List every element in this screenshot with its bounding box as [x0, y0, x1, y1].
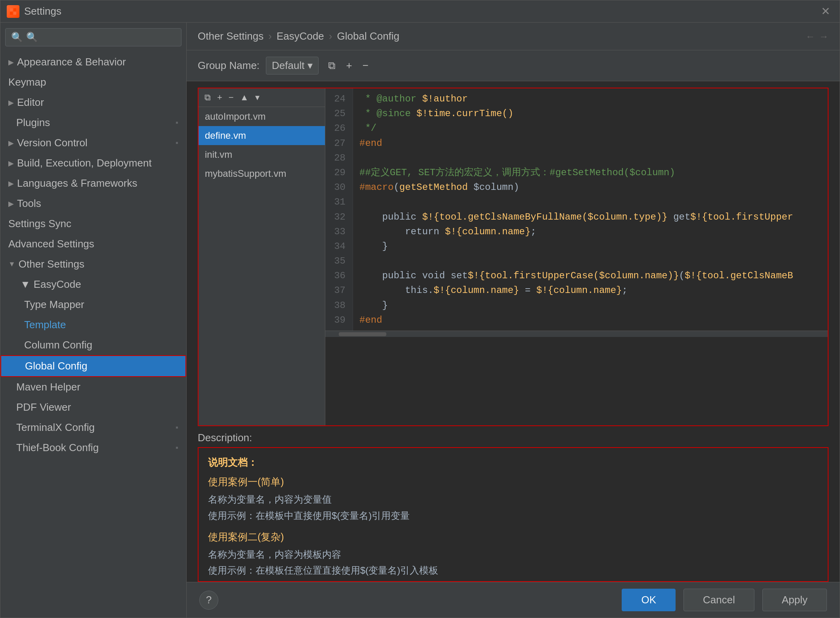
sidebar-item-thief-book-config[interactable]: Thief-Book Config ▪	[0, 438, 186, 458]
svg-rect-0	[10, 8, 13, 11]
code-line-37: this.$!{column.name} = $!{column.name};	[359, 283, 821, 298]
arrow-icon: ▶	[8, 179, 14, 188]
sidebar-item-plugins[interactable]: Plugins ▪	[0, 113, 186, 133]
sidebar-item-label: Keymap	[8, 76, 46, 88]
code-line-38: }	[359, 298, 821, 313]
close-button[interactable]: ✕	[818, 3, 833, 19]
cancel-button[interactable]: Cancel	[683, 589, 754, 611]
desc-subtitle-1: 使用案例一(简单)	[208, 475, 818, 488]
apply-button[interactable]: Apply	[762, 589, 827, 611]
right-panel: Other Settings › EasyCode › Global Confi…	[187, 23, 840, 618]
group-toolbar: ⧉ + −	[325, 58, 371, 73]
sidebar-item-label: Appearance & Behavior	[17, 56, 126, 68]
title-bar: Settings ✕	[0, 0, 840, 23]
sidebar-item-label: Type Mapper	[24, 298, 84, 310]
sidebar-item-editor[interactable]: ▶ Editor	[0, 92, 186, 113]
code-line-27: #end	[359, 136, 821, 151]
sidebar-item-other-settings[interactable]: ▼ Other Settings	[0, 254, 186, 274]
sidebar-item-label: Maven Helper	[16, 381, 80, 393]
search-icon: 🔍	[11, 32, 23, 43]
arrow-down-icon: ▼	[20, 278, 31, 291]
file-item-autoimport[interactable]: autoImport.vm	[199, 107, 325, 126]
scroll-thumb	[339, 332, 386, 336]
description-section: Description: 说明文档： 使用案例一(简单) 名称为变量名，内容为变…	[187, 426, 840, 582]
code-line-30: #macro(getSetMethod $column)	[359, 180, 821, 195]
main-content: 🔍 ▶ Appearance & Behavior Keymap ▶ Edito…	[0, 23, 840, 618]
code-editor-area[interactable]: 24 25 26 27 28 29 30 31 32 33 34 35	[325, 88, 828, 425]
sidebar-item-label: Tools	[17, 197, 41, 210]
code-line-31	[359, 195, 821, 209]
fl-up-icon[interactable]: ▲	[238, 92, 251, 103]
sidebar-item-maven-helper[interactable]: Maven Helper	[0, 377, 186, 397]
sidebar-item-label: Languages & Frameworks	[17, 177, 137, 189]
desc-doc-title: 说明文档：	[208, 456, 818, 469]
title-bar-left: Settings	[7, 5, 61, 18]
add-icon[interactable]: +	[343, 58, 355, 73]
breadcrumb-part-3: Global Config	[337, 30, 400, 42]
horizontal-scrollbar[interactable]	[325, 331, 828, 337]
sidebar-item-settings-sync[interactable]: Settings Sync	[0, 214, 186, 234]
ok-button[interactable]: OK	[622, 589, 676, 611]
group-name-select[interactable]: Default ▾	[266, 57, 319, 75]
sidebar-item-template[interactable]: Template	[0, 315, 186, 335]
plugin-icon: ▪	[176, 118, 178, 127]
sidebar-item-tools[interactable]: ▶ Tools	[0, 193, 186, 214]
sidebar-item-appearance[interactable]: ▶ Appearance & Behavior	[0, 52, 186, 72]
group-name-row: Group Name: Default ▾ ⧉ + −	[187, 50, 840, 81]
breadcrumb-sep-1: ›	[268, 30, 272, 42]
svg-rect-2	[10, 12, 13, 15]
code-line-34: }	[359, 239, 821, 254]
bottom-bar: ? OK Cancel Apply	[187, 582, 840, 618]
back-button[interactable]: ←	[806, 31, 815, 42]
sidebar-item-type-mapper[interactable]: Type Mapper	[0, 295, 186, 315]
config-icon: ▪	[176, 423, 178, 432]
arrow-icon: ▶	[8, 139, 14, 147]
sidebar-item-label: Version Control	[17, 137, 88, 149]
sidebar-item-terminalx-config[interactable]: TerminalX Config ▪	[0, 417, 186, 438]
group-name-label: Group Name:	[198, 59, 260, 72]
file-item-init[interactable]: init.vm	[199, 145, 325, 164]
line-numbers: 24 25 26 27 28 29 30 31 32 33 34 35	[325, 88, 353, 331]
sidebar-item-easycode[interactable]: ▼ EasyCode	[0, 274, 186, 295]
sidebar-item-advanced-settings[interactable]: Advanced Settings	[0, 234, 186, 254]
sidebar-item-label: EasyCode	[34, 278, 81, 291]
code-line-28	[359, 151, 821, 165]
settings-dialog: Settings ✕ 🔍 ▶ Appearance & Behavior Key…	[0, 0, 840, 618]
sidebar-item-label: Thief-Book Config	[16, 442, 99, 454]
svg-rect-3	[13, 12, 16, 15]
sidebar-item-label: Plugins	[16, 117, 50, 129]
arrow-icon: ▶	[8, 199, 14, 208]
sync-icon: ▪	[176, 138, 178, 147]
search-box[interactable]: 🔍	[5, 28, 181, 46]
sidebar-item-languages[interactable]: ▶ Languages & Frameworks	[0, 173, 186, 193]
remove-icon[interactable]: −	[359, 58, 372, 73]
sidebar-item-label: PDF Viewer	[16, 401, 71, 413]
file-list-toolbar: ⧉ + − ▲ ▾	[199, 88, 325, 107]
search-input[interactable]	[26, 32, 176, 43]
config-icon-2: ▪	[176, 443, 178, 452]
fl-copy-icon[interactable]: ⧉	[202, 92, 213, 103]
fl-down-icon[interactable]: ▾	[253, 92, 262, 103]
file-item-mybatissupport[interactable]: mybatisSupport.vm	[199, 164, 325, 183]
sidebar-item-pdf-viewer[interactable]: PDF Viewer	[0, 397, 186, 417]
code-line-24: * @author $!author	[359, 92, 821, 106]
dialog-title: Settings	[24, 5, 61, 17]
file-item-define[interactable]: define.vm	[199, 126, 325, 145]
code-line-29: ##定义GET, SET方法的宏定义，调用方式：#getSetMethod($c…	[359, 165, 821, 180]
sidebar: 🔍 ▶ Appearance & Behavior Keymap ▶ Edito…	[0, 23, 187, 618]
sidebar-item-global-config[interactable]: Global Config	[0, 355, 186, 377]
desc-text-1: 名称为变量名，内容为变量值 使用示例：在模板中直接使用$(变量名)引用变量	[208, 492, 818, 524]
fl-add-icon[interactable]: +	[215, 92, 224, 103]
sidebar-item-version-control[interactable]: ▶ Version Control ▪	[0, 133, 186, 153]
description-box[interactable]: 说明文档： 使用案例一(简单) 名称为变量名，内容为变量值 使用示例：在模板中直…	[198, 447, 829, 582]
copy-icon[interactable]: ⧉	[325, 58, 339, 73]
forward-button[interactable]: →	[819, 31, 829, 42]
sidebar-item-build[interactable]: ▶ Build, Execution, Deployment	[0, 153, 186, 173]
sidebar-item-column-config[interactable]: Column Config	[0, 335, 186, 355]
sidebar-item-keymap[interactable]: Keymap	[0, 72, 186, 92]
breadcrumb-part-2: EasyCode	[277, 30, 324, 42]
fl-remove-icon[interactable]: −	[227, 92, 236, 103]
code-line-26: */	[359, 121, 821, 136]
sidebar-item-label: Advanced Settings	[8, 238, 94, 250]
help-button[interactable]: ?	[199, 591, 218, 610]
